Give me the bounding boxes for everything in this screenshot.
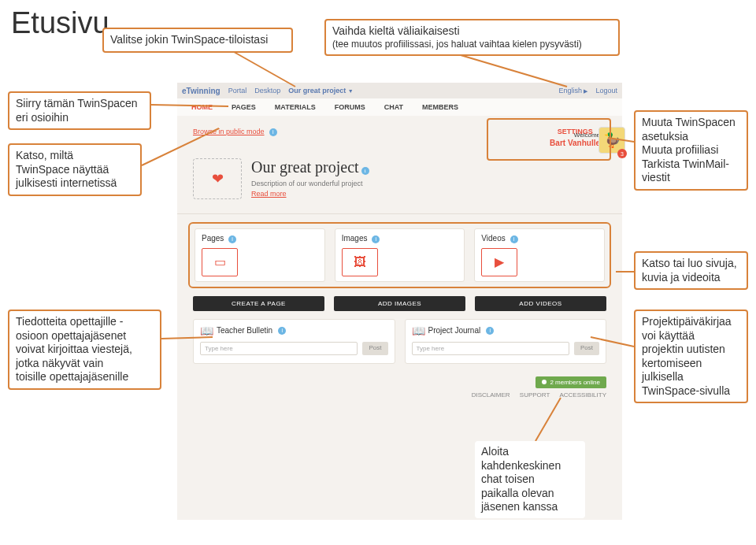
info-icon[interactable]: i	[269, 128, 277, 136]
callout-nav: Siirry tämän TwinSpacen eri osioihin	[8, 91, 151, 130]
info-icon[interactable]: i	[486, 327, 494, 335]
callout-chat: Aloita kahdenkeskinen chat toisen paikal…	[475, 441, 585, 518]
tab-chat[interactable]: CHAT	[384, 103, 403, 111]
content-cards-outline: Pages i ▭ Images i 🖼 Videos i ▶	[188, 222, 611, 288]
nav-portal[interactable]: Portal	[228, 87, 247, 95]
images-card[interactable]: Images i 🖼	[335, 228, 465, 282]
footer-links: DISCLAIMER SUPPORT ACCESSIBILITY	[193, 391, 606, 399]
callout-bulletin: Tiedotteita opettajille - osioon opettaj…	[8, 310, 161, 390]
pages-card[interactable]: Pages i ▭	[195, 228, 325, 282]
bulletin-icon: 📖	[200, 324, 213, 337]
welcome-highlight	[487, 118, 611, 161]
videos-icon: ▶	[481, 248, 517, 276]
accessibility-link[interactable]: ACCESSIBILITY	[559, 391, 606, 399]
add-videos-button[interactable]: ADD VIDEOS	[475, 296, 606, 311]
project-title: Our great projecti	[251, 158, 369, 176]
bulletin-post-button[interactable]: Post	[362, 342, 387, 355]
tab-forums[interactable]: FORUMS	[335, 103, 365, 111]
main-nav: HOME PAGES MATERIALS FORUMS CHAT MEMBERS	[177, 98, 622, 116]
upload-image-box[interactable]: ❤	[193, 158, 242, 199]
info-icon[interactable]: i	[361, 167, 369, 175]
images-icon: 🖼	[342, 248, 378, 276]
callout-language: Vaihda kieltä väliaikaisesti (tee muutos…	[324, 19, 620, 56]
members-online-button[interactable]: 2 members online	[536, 376, 606, 388]
teacher-bulletin-panel: 📖Teacher Bulletin i Type here Post	[193, 319, 395, 364]
tab-members[interactable]: MEMBERS	[422, 103, 458, 111]
bulletin-input[interactable]: Type here	[200, 342, 358, 355]
pages-icon: ▭	[202, 248, 238, 276]
info-icon[interactable]: i	[228, 235, 236, 243]
browse-public-link[interactable]: Browse in public mode	[193, 128, 265, 135]
top-bar: eTwinning Portal Desktop Our great proje…	[177, 83, 622, 98]
tab-pages[interactable]: PAGES	[232, 103, 256, 111]
logout-link[interactable]: Logout	[595, 87, 617, 95]
support-link[interactable]: SUPPORT	[520, 391, 550, 399]
tab-home[interactable]: HOME	[191, 103, 213, 111]
info-icon[interactable]: i	[278, 327, 286, 335]
nav-desktop[interactable]: Desktop	[254, 87, 280, 95]
nav-project-dropdown[interactable]: Our great project ▼	[288, 87, 353, 95]
callout-public: Katso, miltä TwinSpace näyttää julkisest…	[8, 143, 142, 196]
online-dot-icon	[542, 380, 547, 384]
tab-materials[interactable]: MATERIALS	[275, 103, 316, 111]
journal-input[interactable]: Type here	[412, 342, 569, 355]
mail-badge[interactable]: 3	[617, 149, 627, 158]
page-title: Etusivu	[11, 6, 109, 40]
svg-line-0	[228, 49, 295, 87]
info-icon[interactable]: i	[372, 235, 380, 243]
journal-post-button[interactable]: Post	[574, 342, 599, 355]
language-dropdown[interactable]: English ▶	[558, 87, 587, 95]
callout-journal: Projektipäiväkirjaa voi käyttää projekti…	[634, 310, 748, 403]
videos-card[interactable]: Videos i ▶	[474, 228, 605, 282]
journal-icon: 📖	[412, 324, 425, 337]
disclaimer-link[interactable]: DISCLAIMER	[472, 391, 510, 399]
callout-cards: Katso tai luo sivuja, kuvia ja videoita	[634, 251, 748, 290]
info-icon[interactable]: i	[510, 235, 518, 243]
project-description: Description of our wonderful project	[251, 180, 369, 187]
callout-settings-profile: Muuta TwinSpacen asetuksia Muuta profiil…	[634, 110, 748, 191]
svg-line-1	[461, 55, 567, 87]
read-more-link[interactable]: Read more	[251, 190, 287, 198]
etwinning-logo: eTwinning	[182, 87, 220, 95]
create-page-button[interactable]: CREATE A PAGE	[193, 296, 324, 311]
project-journal-panel: 📖Project Journal i Type here Post	[405, 319, 607, 364]
add-images-button[interactable]: ADD IMAGES	[334, 296, 465, 311]
callout-tile-select: Valitse jokin TwinSpace-tiloistasi	[102, 28, 293, 53]
